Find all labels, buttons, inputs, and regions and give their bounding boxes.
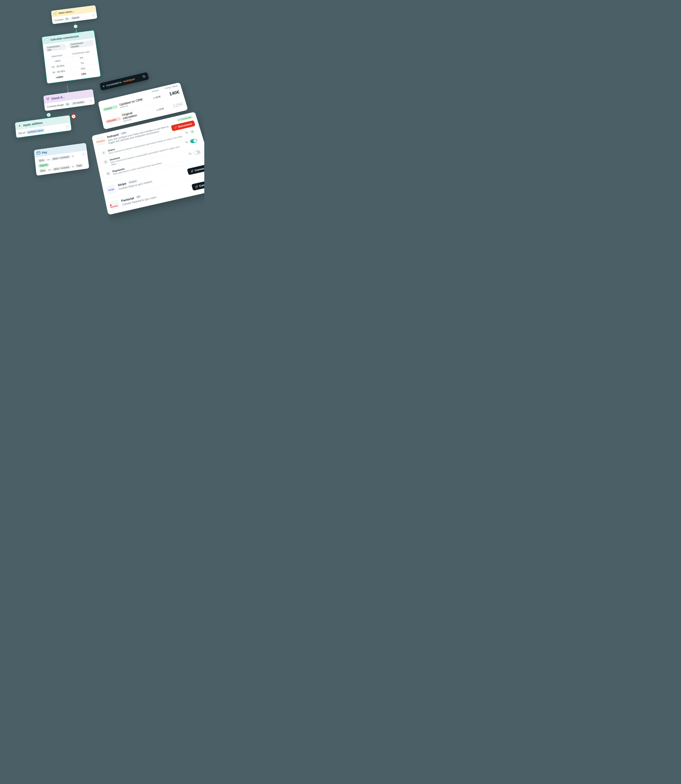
creditcard-icon	[36, 151, 41, 155]
integrations-panel: Connected Disconnect HubSp●t Hubspot CRM…	[92, 112, 204, 215]
toggle-payments[interactable]	[193, 150, 201, 155]
integration-stripe: Connect stripe Stripe Finance Connect St…	[102, 159, 204, 199]
comp-row-current: Current Updated on CRM 03/01/25 1.400€ 1…	[99, 86, 184, 116]
pay-line-2: 50% on deal > invoice is Paid	[38, 163, 87, 173]
pay-title: Pay	[42, 150, 48, 154]
svg-line-4	[46, 40, 48, 41]
connect-button-stripe[interactable]: Connect	[187, 164, 204, 175]
percentage-icon	[44, 38, 49, 43]
svg-line-23	[107, 173, 109, 174]
start-node[interactable]: Start when... ? Contract is Signed	[51, 5, 97, 24]
svg-point-6	[48, 98, 49, 98]
svg-point-24	[189, 153, 190, 154]
svg-line-14	[186, 133, 187, 133]
hubspot-logo: HubSpot	[123, 78, 135, 83]
factorial-logo-icon: ◉ factorial	[109, 200, 120, 211]
svg-point-5	[46, 98, 47, 98]
calculate-node[interactable]: Calculate commission ? Commission rate •…	[41, 30, 101, 84]
apply-title: Apply addition	[23, 121, 43, 127]
svg-point-18	[185, 141, 186, 142]
checkif-title: Check if...	[51, 95, 65, 100]
svg-point-2	[46, 40, 46, 40]
svg-point-26	[190, 154, 191, 154]
toggle-invoices[interactable]	[190, 138, 198, 144]
svg-point-11	[186, 132, 186, 133]
pay-node[interactable]: Pay ? 50% on deal > contract is Signed 5…	[34, 143, 89, 176]
multiply-icon: •	[67, 45, 68, 48]
help-icon[interactable]: ?	[82, 153, 86, 157]
connect-button-factorial[interactable]: Connect	[192, 180, 204, 191]
help-icon[interactable]: ?	[65, 125, 69, 128]
apply-node[interactable]: + Apply addition ? 5% of contract value	[15, 115, 72, 138]
connector-check-icon	[73, 24, 78, 29]
play-icon	[54, 12, 57, 16]
hubspot-logo-icon: HubSp●t	[96, 136, 106, 146]
svg-point-3	[47, 40, 48, 41]
branch-false-icon	[71, 114, 76, 119]
plus-icon: +	[17, 124, 22, 128]
check-icon	[190, 129, 195, 134]
refresh-icon[interactable]	[142, 74, 146, 79]
svg-point-13	[187, 133, 188, 133]
svg-point-20	[187, 142, 188, 143]
svg-line-25	[190, 153, 191, 153]
checkif-node[interactable]: Check if... ? Contract length is 24 mont…	[43, 89, 95, 111]
svg-point-10	[103, 152, 104, 153]
svg-line-17	[105, 162, 106, 162]
document-icon	[103, 159, 108, 165]
commission-table: Attainment Commission rate <50%5% 50 - 8…	[46, 49, 98, 81]
svg-rect-22	[107, 173, 109, 174]
card-icon	[106, 171, 111, 176]
status-dot-icon	[103, 86, 105, 87]
stripe-logo-icon: stripe	[106, 184, 117, 195]
user-icon	[101, 150, 106, 155]
integration-factorial: Connect ◉ factorial Factorial HR Connect…	[105, 174, 204, 215]
svg-rect-15	[105, 161, 106, 163]
svg-line-16	[105, 162, 106, 162]
svg-rect-8	[36, 152, 40, 154]
help-icon[interactable]: ?	[89, 99, 92, 103]
integration-hubspot: Connected Disconnect HubSp●t Hubspot CRM…	[92, 112, 204, 184]
svg-line-9	[37, 152, 40, 153]
settings-icon[interactable]	[188, 152, 192, 157]
connected-banner: Connected to HubSpot	[100, 72, 149, 91]
sync-row-payments: Payments Sync payments to verify receive…	[103, 147, 204, 179]
branch-true-icon	[46, 112, 51, 117]
start-title: Start when...	[59, 10, 74, 15]
settings-icon[interactable]	[185, 131, 189, 135]
branch-icon	[46, 97, 50, 101]
settings-icon[interactable]	[185, 140, 189, 145]
